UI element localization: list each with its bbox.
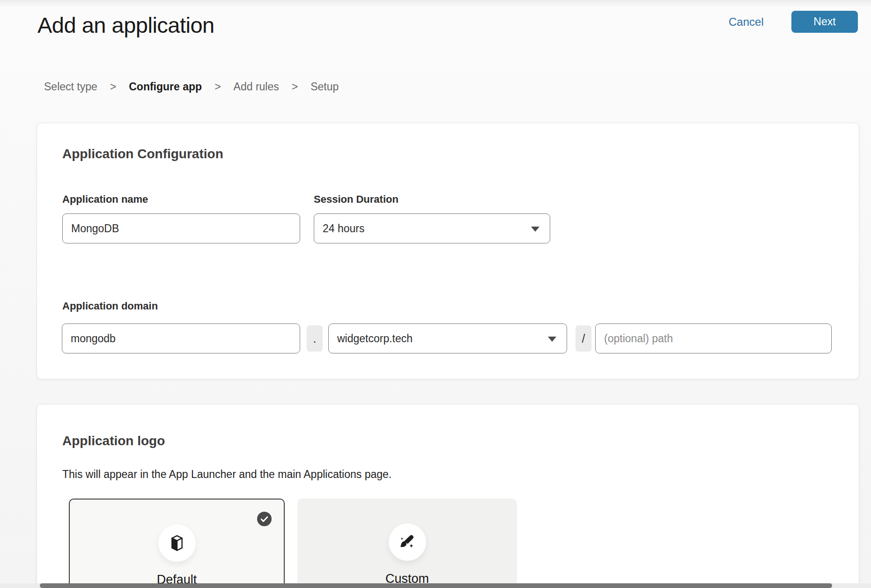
domain-slash-separator: /: [576, 325, 591, 352]
section-title-application-configuration: Application Configuration: [62, 147, 223, 162]
add-application-page: Add an application Cancel Next Select ty…: [0, 0, 871, 588]
chevron-down-icon: [548, 337, 556, 342]
application-name-input[interactable]: [62, 213, 300, 243]
page-title: Add an application: [37, 12, 214, 38]
logo-option-default[interactable]: Default: [69, 499, 285, 588]
session-duration-select[interactable]: 24 hours: [314, 213, 550, 243]
horizontal-scrollbar-track[interactable]: [0, 583, 871, 588]
custom-logo-preview: [389, 523, 426, 561]
default-logo-preview: [158, 524, 196, 562]
breadcrumb-step-setup[interactable]: Setup: [310, 81, 339, 93]
breadcrumb-step-configure-app[interactable]: Configure app: [129, 81, 202, 93]
application-name-label: Application name: [62, 193, 148, 206]
session-duration-value: 24 hours: [323, 222, 365, 235]
cube-icon: [168, 534, 186, 552]
section-title-application-logo: Application logo: [62, 434, 165, 448]
logo-option-custom[interactable]: Custom: [297, 499, 517, 588]
session-duration-label: Session Duration: [314, 193, 399, 206]
breadcrumb-separator: >: [214, 81, 221, 93]
domain-dot-separator: .: [307, 325, 323, 352]
next-button[interactable]: Next: [791, 11, 858, 33]
horizontal-scrollbar-thumb[interactable]: [40, 583, 832, 588]
application-configuration-card: Application Configuration Application na…: [37, 123, 859, 379]
application-logo-description: This will appear in the App Launcher and…: [62, 468, 391, 481]
domain-select-value: widgetcorp.tech: [337, 332, 413, 345]
breadcrumb-separator: >: [292, 81, 298, 93]
breadcrumb: Select type > Configure app > Add rules …: [44, 81, 339, 93]
application-domain-label: Application domain: [62, 300, 158, 312]
application-logo-card: Application logo This will appear in the…: [37, 404, 859, 588]
logo-options: Default Custom: [69, 499, 517, 588]
paintbrush-icon: [398, 532, 417, 552]
cancel-button[interactable]: Cancel: [729, 15, 764, 29]
breadcrumb-separator: >: [110, 81, 116, 93]
subdomain-input[interactable]: [62, 323, 300, 353]
domain-select[interactable]: widgetcorp.tech: [328, 323, 567, 353]
path-input[interactable]: [595, 323, 832, 353]
check-icon: [257, 512, 272, 526]
breadcrumb-step-select-type[interactable]: Select type: [44, 81, 97, 93]
breadcrumb-step-add-rules[interactable]: Add rules: [234, 81, 279, 93]
chevron-down-icon: [531, 227, 539, 232]
